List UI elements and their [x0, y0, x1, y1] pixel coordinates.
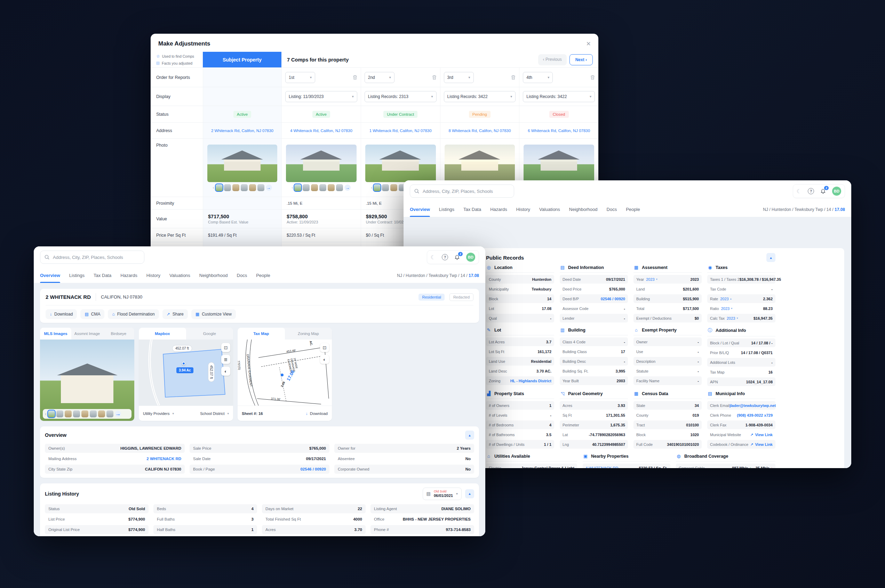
customize-view-button[interactable]: ▦Customize View [191, 309, 236, 319]
chevron-down-icon: ▾ [456, 492, 458, 495]
tax-map[interactable]: 453.49' AC. 770'(S) DRAINAGE EASEMENT 25… [238, 339, 332, 405]
previous-button[interactable]: ‹ Previous [538, 54, 567, 65]
next-button[interactable]: Next › [569, 54, 593, 65]
address-link[interactable]: 6 Whitenack Rd, Califon, NJ 07830 [528, 129, 590, 133]
share-button[interactable]: ↗Share [163, 309, 188, 319]
order-select[interactable]: 4th▾ [523, 72, 553, 83]
tab[interactable]: Valuations [539, 202, 560, 217]
utility-providers-select[interactable]: Utility Providers▾ [143, 411, 174, 416]
tab[interactable]: Overview [40, 268, 60, 283]
order-select[interactable]: 1st▾ [285, 72, 315, 83]
tab[interactable]: Hazards [490, 202, 507, 217]
fullscreen-icon[interactable]: ⊡ [320, 343, 329, 352]
trash-icon[interactable] [432, 75, 436, 80]
search-input[interactable]: Address, City, ZIP, Places, Schools [410, 184, 514, 198]
tab[interactable]: People [626, 202, 640, 217]
photo-thumbnails[interactable]: ‹→ [292, 184, 351, 191]
display-select[interactable]: Listing Records: 3422▾ [523, 91, 595, 102]
record-row: Deed Price $765,000 [560, 285, 628, 293]
collapse-icon[interactable]: ▴ [465, 430, 474, 440]
photo-thumbnails[interactable]: ‹→ [43, 409, 131, 419]
tab[interactable]: Overview [410, 202, 430, 217]
detail-tabs: Overview Listings Tax Data Hazards Histo… [40, 268, 270, 283]
subject-property-button[interactable]: Subject Property [203, 52, 281, 68]
collapse-icon[interactable]: ▴ [766, 253, 775, 262]
section-additional-info: ⓘAdditional Info Block / Lot / Qual 14 /… [707, 327, 775, 386]
display-select[interactable]: Listing Records: 2313▾ [364, 91, 436, 102]
panel-tab[interactable]: Tax Map [238, 328, 285, 339]
download-button[interactable]: ↓Download [45, 309, 77, 319]
order-select[interactable]: 2nd▾ [364, 72, 394, 83]
record-label: County [636, 413, 649, 417]
mls-photo[interactable] [40, 339, 134, 421]
tab[interactable]: Docs [237, 268, 247, 283]
notifications-bell-icon[interactable]: 2 [455, 254, 460, 260]
property-photo[interactable] [365, 145, 436, 182]
panel-tab[interactable]: Birdseye [103, 328, 134, 339]
record-row: Ratio2023▾ 88.23 [707, 304, 775, 313]
record-value: 2003 [617, 379, 625, 383]
property-photo[interactable] [445, 145, 515, 182]
record-value: 3,995 [616, 369, 625, 373]
panel-tab[interactable]: Assmnt Image [71, 328, 102, 339]
globe-icon[interactable]: ◐ [320, 355, 329, 364]
tab[interactable]: Tax Data [464, 202, 481, 217]
address-link[interactable]: 8 Whitenack Rd, Califon, NJ 07830 [449, 129, 511, 133]
property-photo[interactable] [207, 145, 277, 182]
address-link[interactable]: 1 Whitenack Rd, Califon, NJ 07830 [369, 129, 432, 133]
dark-mode-icon[interactable]: ☾ [797, 188, 802, 195]
close-icon[interactable]: × [586, 40, 591, 48]
display-select[interactable]: Listing: 11/30/2023▾ [285, 91, 357, 102]
collapse-icon[interactable]: ▴ [465, 489, 474, 498]
layers-icon[interactable]: ≣ [221, 355, 230, 364]
school-district-select[interactable]: School District▾ [200, 411, 229, 416]
year-selector[interactable]: 2023▾ [727, 316, 738, 320]
tab[interactable]: Neighborhood [199, 268, 228, 283]
address-link[interactable]: 2 Whitenack Rd, Califon, NJ 07830 [211, 129, 274, 133]
panel-tab[interactable]: Google [186, 328, 233, 339]
search-input[interactable]: Address, City, ZIP, Places, Schools [40, 250, 144, 264]
tab[interactable]: Listings [69, 268, 84, 283]
trash-icon[interactable] [590, 75, 595, 80]
tab[interactable]: Listings [439, 202, 455, 217]
year-selector[interactable]: 2023▾ [646, 278, 658, 282]
property-photo[interactable] [286, 145, 357, 182]
year-selector[interactable]: 2023▾ [721, 306, 733, 310]
listing-version-select[interactable]: ▤ Old Sold06/01/2021 ▾ [423, 488, 462, 500]
parcel-map[interactable]: 452.07 ft 452.07 ft 3.94 Ac ⊡ ≣ ◐ [139, 339, 233, 405]
year-selector[interactable]: 2023▴ [720, 297, 731, 301]
avatar[interactable]: BD [832, 187, 841, 196]
tab[interactable]: People [256, 268, 270, 283]
notifications-bell-icon[interactable]: 2 [820, 188, 826, 194]
fullscreen-icon[interactable]: ⊡ [221, 343, 230, 352]
trash-icon[interactable] [511, 75, 516, 80]
photo-thumbnails[interactable]: ‹→ [213, 184, 272, 191]
tab[interactable]: Valuations [169, 268, 190, 283]
cma-button[interactable]: ▤CMA [80, 309, 104, 319]
address-link[interactable]: 4 Whitenack Rd, Califon, NJ 07830 [290, 129, 352, 133]
panel-tab[interactable]: MLS Images [40, 328, 71, 339]
tab[interactable]: Docs [607, 202, 617, 217]
tax-map-download-button[interactable]: ↓Download [306, 411, 328, 416]
record-row: Block / Lot / Qual 14 / 17.08 / - [707, 339, 775, 347]
panel-tab[interactable]: Zoning Map [285, 328, 332, 339]
avatar[interactable]: BD [466, 253, 475, 262]
globe-icon[interactable]: ◐ [221, 367, 230, 376]
record-label: Sq Ft [563, 413, 572, 417]
help-icon[interactable]: ? [442, 254, 448, 260]
tab[interactable]: Hazards [120, 268, 137, 283]
help-icon[interactable]: ? [808, 188, 814, 194]
record-label: Deed B/P [563, 297, 579, 301]
tab[interactable]: Neighborhood [569, 202, 598, 217]
panel-tab[interactable]: Mapbox [139, 328, 186, 339]
tab[interactable]: History [146, 268, 160, 283]
tab[interactable]: History [516, 202, 530, 217]
display-select[interactable]: Listing Records: 3422▾ [444, 91, 516, 102]
property-photo[interactable] [524, 145, 594, 182]
dark-mode-icon[interactable]: ☾ [430, 254, 435, 261]
record-label: Lot [489, 306, 494, 310]
trash-icon[interactable] [353, 75, 357, 80]
flood-determination-button[interactable]: ⌂Flood Determination [108, 309, 159, 319]
order-select[interactable]: 3rd▾ [444, 72, 474, 83]
tab[interactable]: Tax Data [93, 268, 111, 283]
